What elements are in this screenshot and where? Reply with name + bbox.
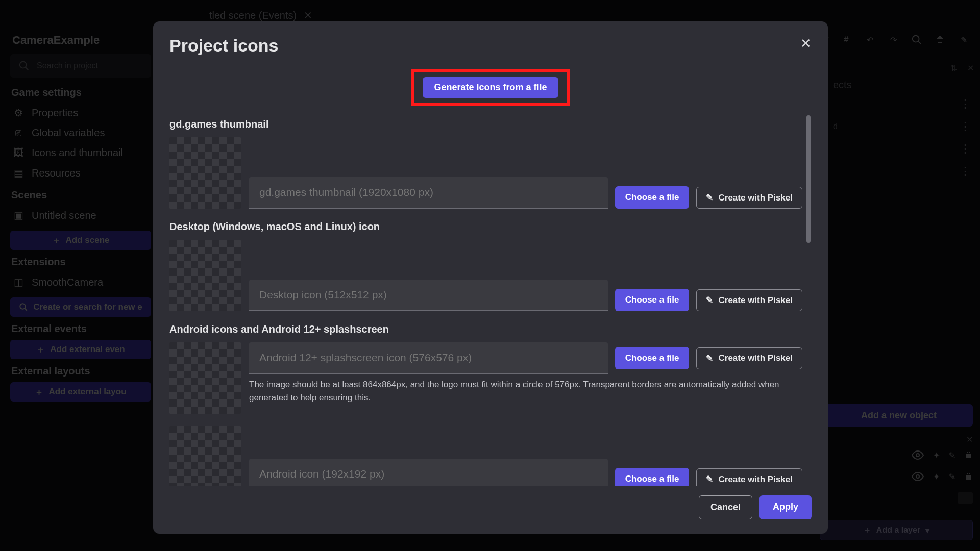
desktop-icon-field[interactable] — [249, 280, 608, 311]
scrollbar[interactable] — [806, 115, 811, 243]
create-with-piskel-button[interactable]: ✎ Create with Piskel — [696, 289, 802, 311]
choose-file-button[interactable]: Choose a file — [615, 289, 690, 311]
helper-text: The image should be at least 864x864px, … — [249, 378, 802, 404]
button-label: Create with Piskel — [718, 353, 793, 363]
pencil-icon: ✎ — [706, 474, 713, 485]
pencil-icon: ✎ — [706, 192, 713, 203]
dialog-title: Project icons — [169, 36, 279, 56]
generate-icons-button[interactable]: Generate icons from a file — [423, 77, 558, 98]
choose-file-button[interactable]: Choose a file — [615, 347, 690, 369]
create-with-piskel-button[interactable]: ✎ Create with Piskel — [696, 468, 802, 486]
button-label: Create with Piskel — [718, 193, 793, 203]
pencil-icon: ✎ — [706, 353, 713, 364]
create-with-piskel-button[interactable]: ✎ Create with Piskel — [696, 187, 802, 209]
button-label: Create with Piskel — [718, 474, 793, 485]
highlight-box: Generate icons from a file — [411, 69, 569, 106]
apply-button[interactable]: Apply — [760, 495, 812, 519]
choose-file-button[interactable]: Choose a file — [615, 468, 690, 486]
button-label: Create with Piskel — [718, 295, 793, 306]
android-icon-field[interactable] — [249, 459, 608, 486]
android-splash-preview — [169, 342, 241, 414]
section-gd-thumbnail: gd.games thumbnail — [169, 118, 802, 130]
helper-link[interactable]: within a circle of 576px — [491, 380, 578, 389]
close-icon[interactable]: ✕ — [800, 36, 812, 52]
project-icons-dialog: Project icons ✕ Generate icons from a fi… — [153, 21, 828, 534]
cancel-button[interactable]: Cancel — [699, 495, 752, 519]
thumbnail-preview — [169, 137, 241, 209]
section-desktop-icon: Desktop (Windows, macOS and Linux) icon — [169, 221, 802, 233]
pencil-icon: ✎ — [706, 295, 713, 306]
gd-thumbnail-field[interactable] — [249, 177, 608, 209]
android-icon-preview — [169, 426, 241, 486]
section-android: Android icons and Android 12+ splashscre… — [169, 323, 802, 335]
android-splash-field[interactable] — [249, 342, 608, 374]
desktop-icon-preview — [169, 240, 241, 311]
choose-file-button[interactable]: Choose a file — [615, 186, 690, 209]
create-with-piskel-button[interactable]: ✎ Create with Piskel — [696, 347, 802, 369]
